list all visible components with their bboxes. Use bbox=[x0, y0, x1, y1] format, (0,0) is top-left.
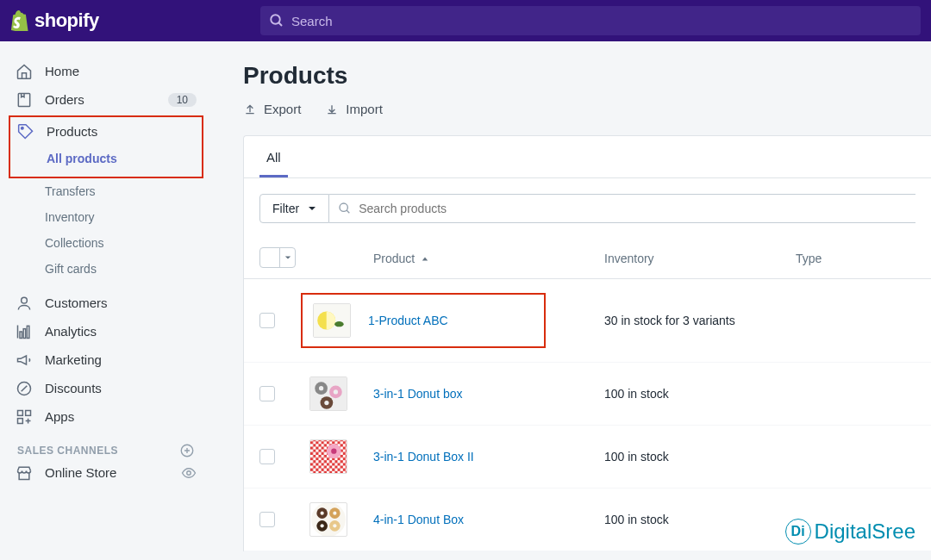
analytics-icon bbox=[16, 323, 33, 340]
import-label: Import bbox=[346, 102, 383, 116]
products-card: All Filter bbox=[243, 135, 931, 551]
search-icon bbox=[269, 13, 284, 28]
svg-point-14 bbox=[340, 203, 347, 211]
subnav-inventory[interactable]: Inventory bbox=[9, 204, 203, 230]
product-name-link[interactable]: 3-in-1 Donut box bbox=[373, 387, 463, 401]
chevron-down-icon bbox=[284, 254, 291, 261]
product-inventory: 100 in stock bbox=[604, 387, 796, 401]
nav-analytics-label: Analytics bbox=[45, 324, 197, 339]
select-all-checkbox[interactable] bbox=[259, 247, 296, 268]
svg-rect-5 bbox=[20, 332, 22, 339]
discount-icon bbox=[16, 380, 33, 397]
col-inventory[interactable]: Inventory bbox=[604, 252, 796, 265]
shopify-bag-icon bbox=[10, 10, 29, 31]
home-icon bbox=[16, 63, 33, 80]
filter-row: Filter bbox=[244, 178, 931, 239]
svg-point-18 bbox=[334, 321, 344, 327]
product-thumbnail bbox=[309, 376, 347, 411]
nav-analytics[interactable]: Analytics bbox=[9, 317, 203, 345]
search-icon bbox=[338, 202, 352, 215]
product-name-link[interactable]: 4-in-1 Donut Box bbox=[373, 513, 464, 526]
page-title: Products bbox=[243, 62, 931, 90]
product-search[interactable] bbox=[329, 194, 915, 223]
svg-rect-6 bbox=[23, 328, 26, 338]
product-inventory: 100 in stock bbox=[604, 513, 796, 526]
svg-point-0 bbox=[271, 15, 280, 24]
svg-line-1 bbox=[278, 22, 282, 26]
svg-point-32 bbox=[311, 502, 346, 537]
filter-button[interactable]: Filter bbox=[259, 194, 329, 223]
svg-point-4 bbox=[22, 297, 28, 303]
product-thumbnail bbox=[309, 439, 347, 474]
highlighted-product-cell: 1-Product ABC bbox=[301, 293, 546, 348]
subnav-all-products[interactable]: All products bbox=[10, 146, 202, 171]
tab-all[interactable]: All bbox=[259, 136, 288, 177]
svg-point-13 bbox=[187, 470, 191, 475]
product-name-link[interactable]: 1-Product ABC bbox=[368, 314, 448, 327]
apps-icon bbox=[16, 408, 33, 426]
sort-asc-icon bbox=[422, 256, 428, 263]
product-thumbnail bbox=[309, 502, 347, 537]
export-label: Export bbox=[264, 102, 301, 116]
table-row: 3-in-1 Donut box 100 in stock bbox=[244, 363, 931, 426]
svg-point-3 bbox=[22, 127, 24, 129]
search-input[interactable] bbox=[291, 14, 912, 28]
nav-online-store[interactable]: Online Store bbox=[9, 458, 203, 487]
nav-products[interactable]: Products bbox=[10, 117, 202, 146]
nav-apps-label: Apps bbox=[45, 409, 197, 424]
product-inventory: 30 in stock for 3 variants bbox=[604, 314, 796, 327]
svg-rect-9 bbox=[18, 410, 23, 415]
product-search-input[interactable] bbox=[359, 202, 907, 215]
export-button[interactable]: Export bbox=[243, 102, 301, 116]
nav-marketing[interactable]: Marketing bbox=[9, 345, 203, 374]
orders-icon bbox=[16, 91, 33, 109]
product-inventory: 100 in stock bbox=[604, 450, 796, 464]
svg-point-36 bbox=[333, 512, 336, 515]
svg-point-31 bbox=[331, 449, 336, 454]
global-search[interactable] bbox=[260, 6, 921, 35]
subnav-collections[interactable]: Collections bbox=[9, 230, 203, 256]
brand-logo[interactable]: shopify bbox=[10, 9, 260, 32]
nav-products-label: Products bbox=[47, 124, 195, 139]
nav-home[interactable]: Home bbox=[9, 57, 203, 85]
import-button[interactable]: Import bbox=[325, 102, 383, 116]
row-checkbox[interactable] bbox=[259, 313, 275, 328]
export-icon bbox=[243, 103, 257, 116]
svg-rect-11 bbox=[18, 418, 23, 423]
brand-name: shopify bbox=[34, 9, 99, 32]
svg-point-38 bbox=[321, 524, 324, 527]
svg-point-21 bbox=[319, 386, 323, 390]
svg-rect-29 bbox=[310, 439, 347, 474]
product-name-link[interactable]: 3-in-1 Donut Box II bbox=[373, 450, 474, 464]
nav-marketing-label: Marketing bbox=[45, 352, 197, 367]
top-bar: shopify bbox=[0, 0, 931, 41]
svg-point-23 bbox=[334, 389, 338, 394]
nav-home-label: Home bbox=[45, 64, 197, 78]
svg-rect-10 bbox=[26, 410, 31, 415]
watermark: Di DigitalSree bbox=[785, 519, 915, 544]
page-actions: Export Import bbox=[243, 102, 931, 116]
nav-customers[interactable]: Customers bbox=[9, 289, 203, 317]
add-channel-icon[interactable] bbox=[179, 443, 195, 458]
col-product[interactable]: Product bbox=[373, 252, 604, 265]
nav-customers-label: Customers bbox=[45, 296, 197, 310]
row-checkbox[interactable] bbox=[259, 512, 275, 527]
sales-channels-title: SALES CHANNELS bbox=[17, 445, 118, 457]
row-checkbox[interactable] bbox=[259, 449, 275, 464]
nav-apps[interactable]: Apps bbox=[9, 402, 203, 431]
watermark-text: DigitalSree bbox=[815, 520, 915, 544]
eye-icon[interactable] bbox=[181, 464, 197, 482]
subnav-transfers[interactable]: Transfers bbox=[9, 178, 203, 204]
nav-orders[interactable]: Orders 10 bbox=[9, 85, 203, 114]
table-row: 3-in-1 Donut Box II 100 in stock bbox=[244, 426, 931, 488]
nav-discounts-label: Discounts bbox=[45, 381, 197, 395]
row-checkbox[interactable] bbox=[259, 386, 275, 401]
subnav-gift-cards[interactable]: Gift cards bbox=[9, 256, 203, 282]
table-header: Product Inventory Type bbox=[244, 239, 931, 279]
nav-discounts[interactable]: Discounts bbox=[9, 374, 203, 402]
orders-count-badge: 10 bbox=[168, 93, 197, 107]
customers-icon bbox=[16, 295, 33, 312]
filter-label: Filter bbox=[272, 202, 299, 215]
col-type[interactable]: Type bbox=[796, 252, 915, 265]
nav-orders-label: Orders bbox=[45, 92, 156, 107]
